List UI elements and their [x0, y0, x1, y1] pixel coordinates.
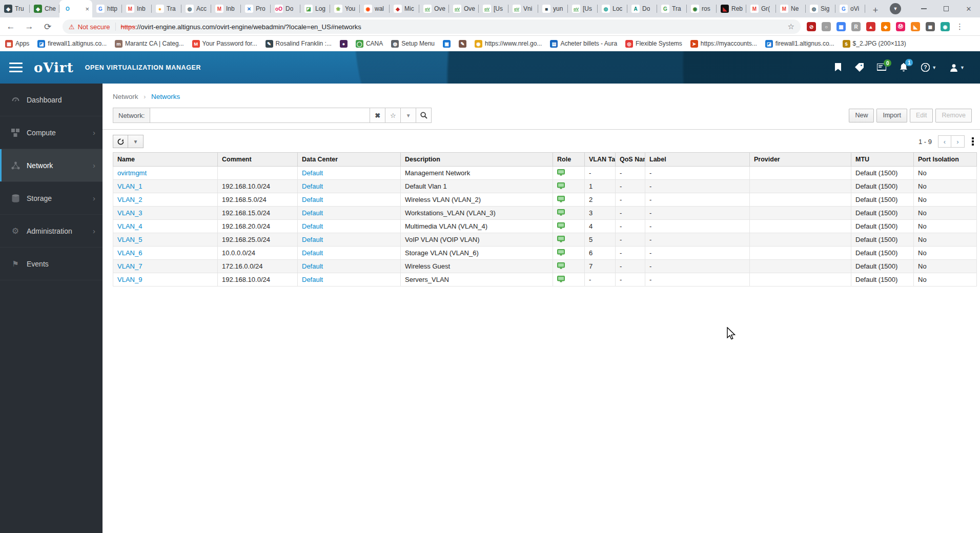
bookmark-item[interactable]: MYour Password for... [192, 40, 257, 48]
blocker-shield-icon[interactable]: ⊘ [807, 22, 816, 31]
cell-name-link[interactable]: VLAN_6 [117, 249, 142, 257]
browser-tab[interactable]: ◉ros [687, 0, 717, 17]
puzzle-icon[interactable]: ◼ [926, 22, 935, 31]
address-bar[interactable]: ⚠ Not secure https ://ovirt-engine.altig… [63, 19, 801, 34]
cell-name-link[interactable]: VLAN_5 [117, 236, 142, 243]
sidebar-item-storage[interactable]: Storage› [0, 182, 103, 215]
cell-name-link[interactable]: ovirtmgmt [117, 169, 147, 177]
browser-tab[interactable]: GTra [657, 0, 687, 17]
forward-button[interactable]: → [22, 19, 37, 34]
bookmark-item[interactable]: ◪firewall1.altignus.co... [37, 40, 107, 48]
cell-name-link[interactable]: VLAN_7 [117, 262, 142, 270]
gray-circle-icon[interactable]: ○ [822, 22, 831, 31]
grid-icon[interactable]: ▦ [836, 22, 846, 31]
close-window-button[interactable]: ✕ [957, 0, 980, 17]
cell-name-link[interactable]: VLAN_4 [117, 222, 142, 230]
browser-tab[interactable]: oV[Us [479, 0, 508, 17]
browser-tab[interactable]: ◆Mic [390, 0, 419, 17]
browser-tab[interactable]: ●Tra [152, 0, 181, 17]
bookmark-item[interactable]: ➤https://myaccounts... [690, 40, 757, 48]
notifications-bell-icon[interactable]: 1 [900, 63, 908, 72]
help-menu[interactable]: ? ▼ [921, 63, 936, 72]
browser-tab[interactable]: oODo [271, 0, 300, 17]
orange-extension-icon[interactable]: ◆ [881, 22, 890, 31]
bookmark-item[interactable]: ◍Setup Menu [391, 40, 435, 48]
bookmark-star-icon[interactable]: ☆ [788, 22, 794, 31]
refresh-dropdown-button[interactable]: ▼ [128, 135, 144, 148]
tab-search-icon[interactable]: ▼ [890, 3, 901, 14]
browser-tab[interactable]: Ghttp [92, 0, 122, 17]
tab-close-icon[interactable]: × [84, 5, 90, 13]
browser-tab[interactable]: ■yun [538, 0, 568, 17]
profile-avatar-icon[interactable]: ◉ [941, 22, 950, 31]
cell-data-center-link[interactable]: Default [302, 209, 323, 217]
browser-tab[interactable]: oV[Us [568, 0, 598, 17]
fox-icon[interactable]: ◣ [911, 22, 920, 31]
browser-tab-active[interactable]: O× [59, 0, 92, 17]
browser-tab[interactable]: ❀You [330, 0, 360, 17]
browser-tab[interactable]: MNe [776, 0, 806, 17]
browser-tab[interactable]: ✕Pro [241, 0, 271, 17]
bookmark-item[interactable]: ◎Flexible Systems [625, 40, 682, 48]
cell-data-center-link[interactable]: Default [302, 236, 323, 243]
cell-data-center-link[interactable]: Default [302, 262, 323, 270]
grid-kebab-icon[interactable] [972, 137, 974, 146]
bookmark-item[interactable]: ◯CANA [356, 40, 383, 48]
search-star-button[interactable]: ☆ [385, 108, 401, 123]
browser-tab[interactable]: ◍Sig [806, 0, 835, 17]
hamburger-menu-icon[interactable] [9, 63, 23, 72]
m-circle-icon[interactable]: Ⓜ [896, 22, 905, 31]
back-button[interactable]: ← [3, 19, 18, 34]
prev-page-button[interactable]: ‹ [938, 135, 951, 148]
refresh-button[interactable] [113, 135, 128, 148]
cell-name-link[interactable]: VLAN_2 [117, 196, 142, 203]
browser-tab[interactable]: oVOve [449, 0, 479, 17]
tasks-icon[interactable]: 0 [877, 64, 886, 71]
bookmark-item[interactable]: ▦Apps [5, 40, 29, 48]
browser-tab[interactable]: ◍Acc [181, 0, 211, 17]
bookmarks-icon[interactable] [834, 63, 842, 72]
acrobat-icon[interactable]: ▲ [866, 22, 875, 31]
cell-data-center-link[interactable]: Default [302, 196, 323, 203]
sidebar-item-events[interactable]: ⚑Events [0, 248, 103, 280]
browser-tab[interactable]: MInb [211, 0, 241, 17]
cell-name-link[interactable]: VLAN_9 [117, 276, 142, 283]
r-extension-icon[interactable]: R [851, 22, 861, 31]
bookmark-item[interactable]: ● [340, 40, 348, 48]
bookmark-item[interactable]: $$_2.JPG (200×113) [843, 40, 906, 48]
cell-data-center-link[interactable]: Default [302, 249, 323, 257]
import-button[interactable]: Import [876, 109, 907, 122]
browser-tab[interactable]: MInb [122, 0, 152, 17]
tags-icon[interactable] [855, 63, 864, 72]
search-dropdown-button[interactable]: ▼ [401, 108, 416, 123]
browser-menu-icon[interactable]: ⋮ [956, 22, 964, 31]
cell-data-center-link[interactable]: Default [302, 182, 323, 190]
cell-name-link[interactable]: VLAN_1 [117, 182, 142, 190]
cell-name-link[interactable]: VLAN_3 [117, 209, 142, 217]
sidebar-item-dashboard[interactable]: Dashboard [0, 84, 103, 116]
new-button[interactable]: New [849, 109, 874, 122]
browser-tab[interactable]: ◉wal [360, 0, 390, 17]
bookmark-item[interactable]: ▤Acheter billets - Aura [550, 40, 617, 48]
browser-tab[interactable]: ◪Log [300, 0, 330, 17]
browser-tab[interactable]: GoVi [835, 0, 865, 17]
sidebar-item-compute[interactable]: Compute› [0, 116, 103, 149]
browser-tab[interactable]: ◆Che [30, 0, 59, 17]
bookmark-item[interactable]: ✎Rosalind Franklin :... [266, 40, 332, 48]
browser-tab[interactable]: MGr( [746, 0, 776, 17]
bookmark-item[interactable]: mMarantz CA | Categ... [115, 40, 184, 48]
breadcrumb-parent[interactable]: Network [113, 93, 138, 100]
maximize-button[interactable] [935, 0, 957, 17]
user-menu[interactable]: ▼ [950, 64, 965, 72]
browser-tab[interactable]: oVOve [419, 0, 449, 17]
reload-button[interactable]: ⟳ [40, 19, 55, 34]
browser-tab[interactable]: oVVni [508, 0, 538, 17]
bookmark-item[interactable]: ✎ [459, 40, 466, 48]
browser-tab[interactable]: ◈Tru [0, 0, 30, 17]
cell-data-center-link[interactable]: Default [302, 276, 323, 283]
search-magnifier-button[interactable] [416, 108, 432, 123]
search-input[interactable] [150, 108, 370, 123]
breadcrumb-current[interactable]: Networks [151, 93, 180, 100]
bookmark-item[interactable]: ◪firewall1.altignus.co... [765, 40, 834, 48]
sidebar-item-network[interactable]: Network› [0, 149, 103, 182]
